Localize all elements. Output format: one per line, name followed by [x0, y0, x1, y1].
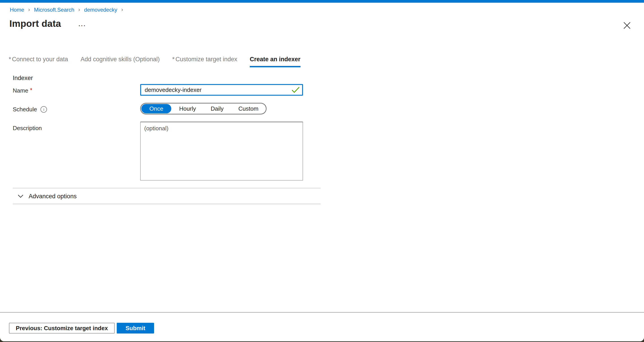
previous-step-button[interactable]: Previous: Customize target index — [9, 323, 115, 334]
divider — [13, 188, 321, 188]
name-label: Name * — [13, 87, 32, 94]
description-label: Description — [13, 125, 42, 132]
tab-customize-target-index[interactable]: *Customize target index — [172, 56, 237, 67]
schedule-option-once[interactable]: Once — [141, 104, 171, 113]
page-title: Import data — [10, 18, 61, 29]
top-accent-bar — [0, 0, 644, 3]
schedule-option-custom[interactable]: Custom — [231, 104, 266, 114]
close-button[interactable] — [622, 20, 632, 31]
tab-add-cognitive-skills[interactable]: Add cognitive skills (Optional) — [80, 56, 160, 67]
schedule-option-hourly[interactable]: Hourly — [172, 104, 203, 114]
breadcrumb-separator-icon: › — [28, 6, 30, 13]
tab-connect-to-your-data[interactable]: *Connect to your data — [9, 56, 68, 67]
valid-check-icon — [291, 86, 300, 93]
breadcrumb-separator-icon: › — [78, 6, 80, 13]
required-marker: * — [30, 87, 32, 94]
tab-label: Connect to your data — [12, 56, 68, 62]
breadcrumb-link-home[interactable]: Home — [10, 7, 24, 13]
breadcrumb-link-demovedecky[interactable]: demovedecky — [84, 7, 117, 13]
tab-label: Add cognitive skills (Optional) — [80, 56, 160, 62]
wizard-tabs: *Connect to your data Add cognitive skil… — [9, 56, 300, 67]
submit-button[interactable]: Submit — [117, 323, 154, 334]
advanced-options-toggle[interactable]: Advanced options — [18, 191, 77, 201]
schedule-label: Schedule i — [13, 106, 47, 113]
name-input[interactable] — [140, 84, 303, 96]
schedule-option-daily[interactable]: Daily — [203, 104, 231, 114]
info-icon[interactable]: i — [40, 106, 47, 113]
name-field — [140, 84, 303, 96]
chevron-down-icon — [18, 194, 24, 198]
breadcrumb-link-microsoft-search[interactable]: Microsoft.Search — [34, 7, 74, 13]
breadcrumb: Home › Microsoft.Search › demovedecky › — [10, 7, 123, 13]
schedule-segmented-control: Once Hourly Daily Custom — [140, 103, 266, 114]
description-label-text: Description — [13, 125, 42, 132]
tab-required-marker: * — [172, 56, 175, 62]
more-options-button[interactable]: … — [78, 19, 86, 28]
divider — [13, 204, 321, 204]
description-textarea[interactable] — [140, 122, 303, 180]
name-label-text: Name — [13, 87, 28, 94]
schedule-label-text: Schedule — [13, 106, 37, 113]
advanced-options-label: Advanced options — [28, 193, 77, 200]
section-title-indexer: Indexer — [13, 75, 33, 82]
tab-label: Customize target index — [176, 56, 237, 62]
tab-required-marker: * — [9, 56, 11, 62]
breadcrumb-separator-icon: › — [121, 6, 123, 13]
footer-divider — [0, 312, 644, 313]
import-data-panel: Home › Microsoft.Search › demovedecky › … — [0, 0, 644, 341]
close-icon — [623, 21, 631, 30]
ellipsis-icon: … — [78, 19, 86, 28]
tab-label: Create an indexer — [250, 56, 300, 62]
tab-create-an-indexer[interactable]: Create an indexer — [250, 56, 300, 67]
